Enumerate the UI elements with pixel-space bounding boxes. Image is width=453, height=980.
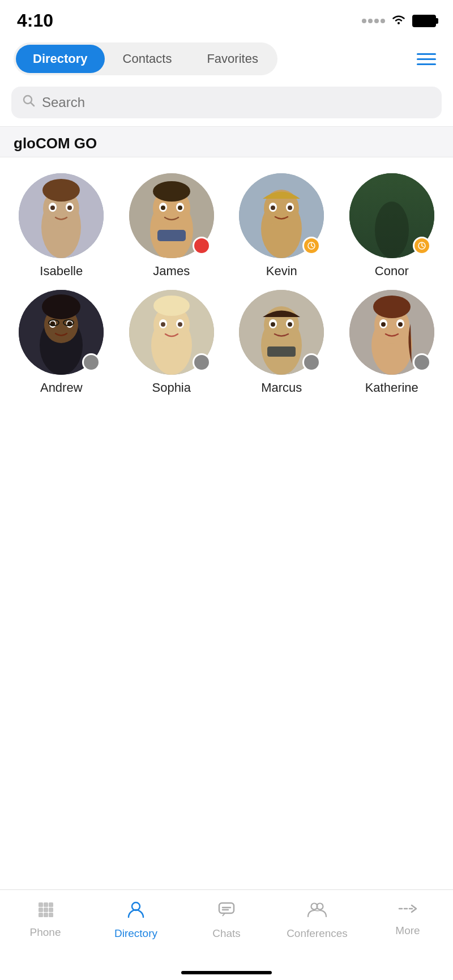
svg-point-53 — [153, 296, 190, 316]
svg-rect-75 — [49, 908, 53, 912]
svg-point-60 — [288, 322, 292, 327]
avatar-wrapper-kevin — [239, 173, 324, 258]
contact-name-james: James — [153, 264, 190, 279]
contact-item-james[interactable]: James — [119, 173, 224, 279]
svg-point-9 — [67, 206, 72, 210]
contact-name-isabelle: Isabelle — [40, 264, 83, 279]
avatar-wrapper-james — [129, 173, 214, 258]
nav-item-phone[interactable]: Phone — [0, 900, 91, 939]
status-badge-offline — [413, 353, 431, 371]
tabs-container: Directory Contacts Favorites — [0, 37, 453, 81]
contacts-grid: Isabelle James — [0, 157, 453, 406]
svg-point-45 — [42, 294, 80, 319]
svg-point-67 — [381, 322, 386, 327]
nav-item-conferences[interactable]: Conferences — [272, 900, 362, 940]
status-bar: 4:10 — [0, 0, 453, 37]
svg-line-2 — [31, 103, 35, 106]
status-icons — [362, 13, 436, 29]
nav-icon-conferences — [307, 900, 327, 924]
svg-rect-77 — [44, 913, 48, 917]
svg-point-10 — [42, 179, 80, 202]
avatar-wrapper-isabelle — [19, 173, 104, 258]
svg-point-18 — [153, 181, 190, 202]
tab-directory[interactable]: Directory — [16, 45, 105, 73]
tab-group: Directory Contacts Favorites — [14, 42, 277, 75]
contact-item-marcus[interactable]: Marcus — [229, 290, 334, 395]
nav-label-phone: Phone — [30, 926, 61, 939]
search-input[interactable] — [42, 95, 430, 110]
tab-contacts[interactable]: Contacts — [106, 45, 189, 73]
svg-rect-71 — [44, 902, 48, 907]
nav-label-directory: Directory — [114, 927, 157, 940]
svg-rect-76 — [39, 913, 43, 917]
home-indicator — [181, 971, 272, 974]
svg-point-8 — [50, 206, 55, 210]
avatar-wrapper-marcus — [239, 290, 324, 375]
svg-line-35 — [422, 246, 424, 247]
nav-icon-phone — [36, 900, 54, 923]
nav-label-more: More — [395, 925, 420, 937]
status-badge-busy — [193, 237, 211, 255]
section-label: gloCOM GO — [0, 126, 453, 157]
nav-item-chats[interactable]: Chats — [181, 900, 272, 940]
svg-rect-74 — [44, 908, 48, 912]
svg-rect-72 — [49, 902, 53, 907]
status-badge-away — [413, 237, 431, 255]
search-icon — [23, 95, 35, 110]
contact-name-andrew: Andrew — [40, 380, 83, 395]
contact-item-conor[interactable]: Conor — [340, 173, 445, 279]
svg-rect-61 — [267, 346, 296, 357]
signal-dots-icon — [362, 19, 385, 23]
contact-name-katherine: Katherine — [365, 380, 418, 395]
nav-item-more[interactable]: More — [362, 900, 453, 937]
svg-point-51 — [161, 322, 165, 327]
status-time: 4:10 — [17, 10, 53, 31]
svg-point-26 — [288, 206, 292, 210]
nav-label-chats: Chats — [212, 927, 241, 940]
wifi-icon — [391, 13, 407, 29]
nav-icon-chats — [217, 900, 236, 924]
svg-point-68 — [398, 322, 403, 327]
menu-icon[interactable] — [413, 50, 439, 69]
avatar-wrapper-katherine — [349, 290, 434, 375]
nav-icon-directory — [126, 900, 146, 924]
svg-point-52 — [178, 322, 182, 327]
svg-rect-78 — [49, 913, 53, 917]
svg-point-69 — [373, 296, 411, 318]
svg-rect-70 — [39, 902, 43, 907]
search-bar — [11, 87, 442, 118]
contact-item-andrew[interactable]: Andrew — [9, 290, 114, 395]
contact-name-kevin: Kevin — [266, 264, 297, 279]
svg-point-17 — [178, 206, 182, 210]
status-badge-offline — [302, 353, 320, 371]
contact-item-isabelle[interactable]: Isabelle — [9, 173, 114, 279]
contact-item-kevin[interactable]: Kevin — [229, 173, 334, 279]
battery-icon — [412, 15, 436, 27]
contact-name-marcus: Marcus — [261, 380, 302, 395]
avatar-wrapper-conor — [349, 173, 434, 258]
contact-item-katherine[interactable]: Katherine — [340, 290, 445, 395]
search-container — [0, 81, 453, 126]
bottom-nav: Phone Directory Chats Conferences — [0, 889, 453, 980]
svg-rect-19 — [157, 230, 186, 241]
contact-name-sophia: Sophia — [152, 380, 191, 395]
svg-line-29 — [311, 246, 313, 247]
avatar-wrapper-sophia — [129, 290, 214, 375]
nav-item-directory[interactable]: Directory — [91, 900, 181, 940]
nav-label-conferences: Conferences — [287, 927, 348, 940]
svg-point-16 — [161, 206, 165, 210]
svg-point-25 — [271, 206, 275, 210]
svg-point-0 — [398, 22, 400, 24]
avatar-wrapper-andrew — [19, 290, 104, 375]
contact-item-sophia[interactable]: Sophia — [119, 290, 224, 395]
svg-rect-73 — [39, 908, 43, 912]
avatar-isabelle — [19, 173, 104, 258]
status-badge-offline — [193, 353, 211, 371]
svg-point-32 — [375, 202, 409, 258]
status-badge-offline — [82, 353, 100, 371]
contact-name-conor: Conor — [375, 264, 409, 279]
status-badge-away — [302, 237, 320, 255]
svg-point-59 — [271, 322, 275, 327]
nav-icon-more — [398, 900, 417, 921]
tab-favorites[interactable]: Favorites — [190, 45, 275, 73]
